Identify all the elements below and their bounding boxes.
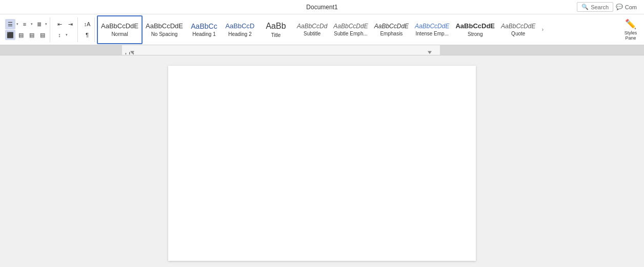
- numbered-list-button[interactable]: ≡: [19, 19, 30, 29]
- styles-gallery: AaBbCcDdE Normal AaBbCcDdE No Spacing Aa…: [97, 15, 618, 44]
- style-quote-label: Quote: [511, 31, 525, 36]
- style-title-preview: AaBb: [266, 21, 286, 31]
- styles-pane-icon: ✏️: [625, 18, 636, 30]
- style-quote-preview: AaBbCcDdE: [501, 23, 535, 30]
- sort-group: ↕A ¶: [80, 17, 95, 42]
- style-subtle-emphasis[interactable]: AaBbCcDdE Subtle Emph...: [330, 15, 371, 44]
- indent-buttons: ⇤ ⇥ ↕ ▾: [54, 19, 75, 40]
- align-right-button[interactable]: ▤: [27, 30, 37, 40]
- ruler: [0, 45, 644, 55]
- style-title-label: Title: [271, 32, 281, 38]
- document-area[interactable]: [0, 55, 644, 267]
- ruler-canvas: [0, 45, 644, 55]
- align-center-button[interactable]: ▤: [16, 30, 26, 40]
- bullet-list-button[interactable]: ☰: [5, 19, 15, 29]
- align-left-button[interactable]: ⬛: [5, 30, 15, 40]
- style-subtitle-preview: AaBbCcDd: [297, 23, 327, 30]
- search-icon: 🔍: [581, 4, 589, 10]
- style-heading2-label: Heading 2: [228, 31, 252, 37]
- style-normal[interactable]: AaBbCcDdE Normal: [97, 15, 143, 44]
- style-no-spacing-preview: AaBbCcDdE: [146, 22, 183, 30]
- style-strong-label: Strong: [468, 31, 482, 37]
- numbered-list-arrow[interactable]: ▾: [30, 22, 33, 26]
- style-title[interactable]: AaBb Title: [258, 15, 294, 44]
- document-title: Document1: [306, 4, 337, 11]
- style-intense-emphasis[interactable]: AaBbCcDdE Intense Emp...: [412, 15, 452, 44]
- style-normal-label: Normal: [111, 31, 128, 37]
- style-emphasis[interactable]: AaBbCcDdE Emphasis: [371, 15, 412, 44]
- search-button[interactable]: 🔍 Search: [577, 2, 613, 12]
- style-heading1[interactable]: AaBbCc Heading 1: [186, 15, 222, 44]
- style-heading2-preview: AaBbCcD: [225, 22, 254, 30]
- line-spacing-button[interactable]: ↕: [54, 30, 65, 40]
- style-heading1-label: Heading 1: [192, 31, 216, 37]
- comment-icon: 💬: [616, 4, 623, 10]
- style-heading2[interactable]: AaBbCcD Heading 2: [222, 15, 258, 44]
- style-emphasis-label: Emphasis: [380, 31, 402, 36]
- indent-group: ⇤ ⇥ ↕ ▾: [52, 17, 78, 42]
- style-normal-preview: AaBbCcDdE: [101, 22, 138, 30]
- comment-button[interactable]: 💬 Com: [613, 3, 640, 11]
- style-intense-emph-label: Intense Emp...: [416, 31, 449, 36]
- style-subtitle-label: Subtitle: [304, 31, 320, 36]
- style-heading1-preview: AaBbCc: [191, 22, 217, 31]
- multilevel-list-button[interactable]: ≣: [34, 19, 44, 29]
- style-strong[interactable]: AaBbCcDdE Strong: [452, 15, 498, 44]
- comment-label: Com: [625, 4, 637, 10]
- style-no-spacing-label: No Spacing: [151, 31, 178, 37]
- multilevel-list-arrow[interactable]: ▾: [45, 22, 48, 26]
- style-intense-emph-preview: AaBbCcDdE: [415, 23, 449, 30]
- sort-button[interactable]: ↕A: [82, 19, 92, 29]
- list-buttons: ☰ ▾ ≡ ▾ ≣ ▾ ⬛ ▤ ▤ ▤: [5, 19, 48, 40]
- list-group: ☰ ▾ ≡ ▾ ≣ ▾ ⬛ ▤ ▤ ▤: [3, 17, 50, 42]
- style-subtle-emph-preview: AaBbCcDdE: [333, 23, 368, 30]
- decrease-indent-button[interactable]: ⇤: [54, 19, 65, 29]
- bullet-list-arrow[interactable]: ▾: [16, 22, 19, 26]
- style-quote[interactable]: AaBbCcDdE Quote: [498, 15, 538, 44]
- styles-gallery-more[interactable]: ›: [538, 15, 547, 44]
- line-spacing-arrow[interactable]: ▾: [65, 33, 68, 37]
- show-formatting-button[interactable]: ¶: [82, 30, 92, 40]
- style-subtle-emph-label: Subtle Emph...: [334, 31, 368, 36]
- title-bar: Document1 🔍 Search 💬 Com: [0, 0, 644, 14]
- toolbar: ☰ ▾ ≡ ▾ ≣ ▾ ⬛ ▤ ▤ ▤ ⇤ ⇥ ↕ ▾: [0, 14, 644, 45]
- style-no-spacing[interactable]: AaBbCcDdE No Spacing: [143, 15, 186, 44]
- justify-button[interactable]: ▤: [37, 30, 48, 40]
- styles-pane-label: StylesPane: [625, 31, 637, 41]
- style-subtitle[interactable]: AaBbCcDd Subtitle: [294, 15, 330, 44]
- styles-pane-button[interactable]: ✏️ StylesPane: [620, 15, 641, 44]
- style-emphasis-preview: AaBbCcDdE: [374, 23, 409, 30]
- search-label: Search: [591, 4, 609, 10]
- style-strong-preview: AaBbCcDdE: [455, 22, 495, 30]
- increase-indent-button[interactable]: ⇥: [65, 19, 75, 29]
- document-page[interactable]: [168, 66, 476, 261]
